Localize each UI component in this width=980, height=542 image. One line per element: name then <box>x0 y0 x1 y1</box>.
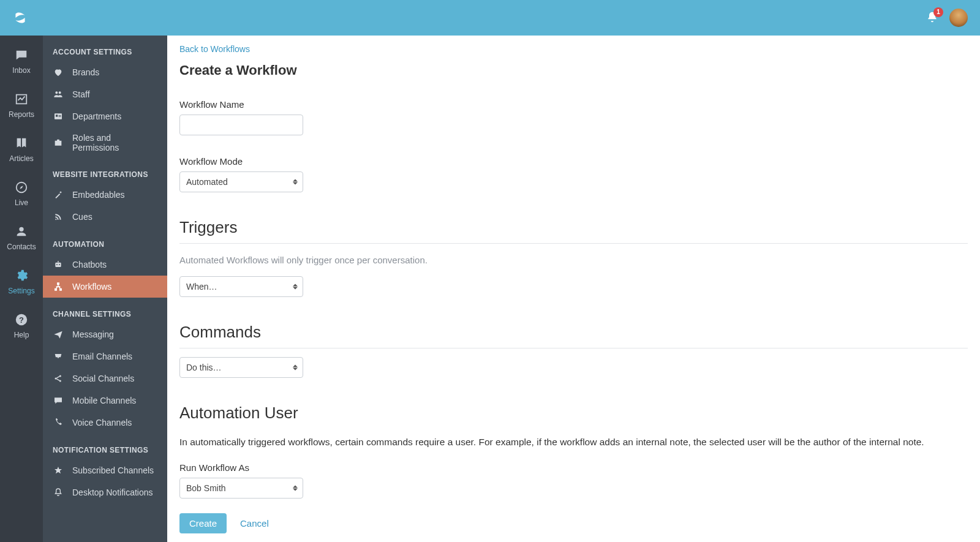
topbar: 1 <box>0 0 980 36</box>
sidebar-item-mobile[interactable]: Mobile Channels <box>43 390 167 412</box>
create-button[interactable]: Create <box>179 513 227 533</box>
workflow-mode-select[interactable]: Automated <box>179 171 303 192</box>
svg-point-15 <box>59 375 61 377</box>
sidebar-item-brands[interactable]: Brands <box>43 61 167 83</box>
nav-rail: Inbox Reports Articles Live Contacts Set… <box>0 36 43 542</box>
sidebar-item-label: Messaging <box>72 329 114 339</box>
chevron-updown-icon <box>293 284 298 290</box>
sidebar-item-label: Desktop Notifications <box>72 487 153 497</box>
wand-icon <box>53 189 64 200</box>
help-icon: ? <box>14 312 29 327</box>
person-icon <box>14 224 29 239</box>
nav-articles[interactable]: Articles <box>0 136 43 163</box>
svg-rect-12 <box>55 288 57 290</box>
sidebar-item-label: Embeddables <box>72 190 125 200</box>
robot-icon <box>53 259 64 270</box>
command-select[interactable]: Do this… <box>179 357 303 378</box>
nav-reports[interactable]: Reports <box>0 92 43 119</box>
chat-icon <box>14 48 29 62</box>
notifications-button[interactable]: 1 <box>926 11 938 25</box>
nav-contacts[interactable]: Contacts <box>0 224 43 251</box>
id-card-icon <box>53 111 64 122</box>
topbar-right: 1 <box>926 9 968 27</box>
notification-badge: 1 <box>933 7 943 17</box>
sidebar-item-subscribed[interactable]: Subscribed Channels <box>43 459 167 481</box>
sitemap-icon <box>53 281 64 292</box>
workflow-mode-label: Workflow Mode <box>179 156 968 167</box>
sidebar-item-label: Chatbots <box>72 260 107 269</box>
sidebar-section-website: WEBSITE INTEGRATIONS <box>43 158 167 184</box>
svg-rect-13 <box>60 288 62 290</box>
logo-icon <box>12 10 28 26</box>
nav-contacts-label: Contacts <box>7 243 36 251</box>
run-as-select[interactable]: Bob Smith <box>179 478 303 499</box>
sidebar-item-label: Brands <box>72 67 99 77</box>
automation-user-heading: Automation User <box>179 404 968 423</box>
people-icon <box>53 89 64 100</box>
workflow-name-input[interactable] <box>179 115 303 135</box>
chevron-updown-icon <box>293 486 298 491</box>
triggers-heading: Triggers <box>179 218 968 244</box>
sidebar-item-label: Social Channels <box>72 374 134 383</box>
svg-point-16 <box>59 380 61 382</box>
sidebar-item-label: Staff <box>72 89 90 99</box>
sidebar-item-label: Departments <box>72 111 121 121</box>
nav-settings-label: Settings <box>8 287 34 295</box>
sidebar-section-notification: NOTIFICATION SETTINGS <box>43 434 167 459</box>
automation-user-text: In automatically triggered workflows, ce… <box>179 435 968 449</box>
nav-settings[interactable]: Settings <box>0 268 43 295</box>
back-link[interactable]: Back to Workflows <box>179 44 250 54</box>
star-icon <box>53 465 64 476</box>
sidebar-item-label: Voice Channels <box>72 418 132 427</box>
chevron-updown-icon <box>293 365 298 371</box>
svg-rect-4 <box>56 115 58 116</box>
sidebar-item-roles[interactable]: Roles and Permissions <box>43 127 167 158</box>
sidebar-item-desktop-notifications[interactable]: Desktop Notifications <box>43 481 167 503</box>
svg-point-9 <box>59 264 60 265</box>
sidebar-item-email[interactable]: Email Channels <box>43 345 167 367</box>
compass-icon <box>14 180 29 195</box>
page-title: Create a Workflow <box>179 62 968 78</box>
svg-rect-7 <box>55 263 61 267</box>
paper-plane-icon <box>53 329 64 340</box>
svg-point-8 <box>56 264 58 265</box>
svg-rect-10 <box>58 261 58 263</box>
workflow-mode-value: Automated <box>186 177 296 187</box>
book-icon <box>14 136 29 151</box>
sidebar-item-label: Cues <box>72 212 92 222</box>
nav-help-label: Help <box>14 331 29 339</box>
nav-help[interactable]: ? Help <box>0 312 43 339</box>
sidebar-item-embeddables[interactable]: Embeddables <box>43 184 167 206</box>
sidebar-item-workflows[interactable]: Workflows <box>43 276 167 298</box>
trigger-value: When… <box>186 282 296 292</box>
svg-rect-5 <box>59 115 61 116</box>
trigger-select[interactable]: When… <box>179 276 303 297</box>
sidebar-item-cues[interactable]: Cues <box>43 206 167 228</box>
run-as-label: Run Workflow As <box>179 462 968 473</box>
heart-icon <box>53 67 64 78</box>
svg-point-14 <box>55 377 56 379</box>
form-actions: Create Cancel <box>179 513 968 533</box>
gear-icon <box>14 268 29 283</box>
sidebar-item-departments[interactable]: Departments <box>43 105 167 127</box>
run-as-value: Bob Smith <box>186 483 296 493</box>
sidebar-item-social[interactable]: Social Channels <box>43 367 167 390</box>
nav-live[interactable]: Live <box>0 180 43 207</box>
comment-icon <box>53 395 64 406</box>
settings-sidebar: ACCOUNT SETTINGS Brands Staff Department… <box>43 36 167 542</box>
inbox-icon <box>53 351 64 362</box>
nav-inbox-label: Inbox <box>12 66 30 75</box>
sidebar-item-messaging[interactable]: Messaging <box>43 323 167 345</box>
chart-icon <box>14 92 29 107</box>
avatar[interactable] <box>949 9 968 27</box>
sidebar-item-chatbots[interactable]: Chatbots <box>43 254 167 276</box>
main-content: Back to Workflows Create a Workflow Work… <box>167 36 980 542</box>
nav-inbox[interactable]: Inbox <box>0 48 43 75</box>
briefcase-icon <box>53 137 64 148</box>
share-icon <box>53 373 64 384</box>
sidebar-item-staff[interactable]: Staff <box>43 83 167 105</box>
sidebar-item-label: Email Channels <box>72 352 132 361</box>
chevron-updown-icon <box>293 179 298 185</box>
sidebar-item-voice[interactable]: Voice Channels <box>43 412 167 434</box>
cancel-button[interactable]: Cancel <box>240 518 269 529</box>
